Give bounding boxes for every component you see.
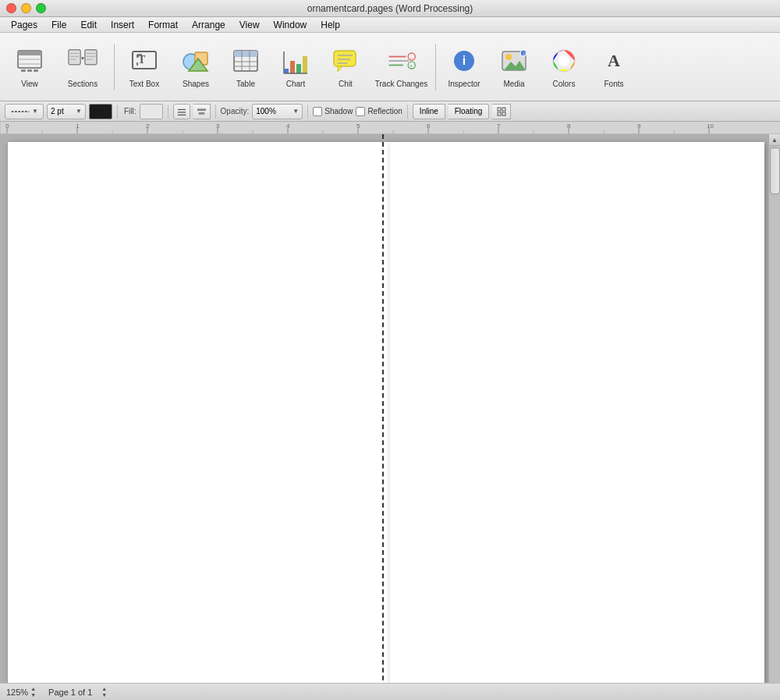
menu-pages[interactable]: Pages (5, 19, 44, 31)
fmt-sep1 (117, 105, 118, 119)
svg-text:6: 6 (427, 123, 431, 130)
fmt-sep2 (168, 105, 168, 119)
svg-rect-63 (498, 112, 501, 115)
svg-rect-62 (502, 108, 505, 111)
menu-bar: Pages File Edit Insert Format Arrange Vi… (0, 17, 780, 33)
page-nav-arrows[interactable]: ▲ ▼ (101, 686, 107, 698)
stroke-color-swatch[interactable] (89, 104, 112, 119)
svg-rect-6 (34, 69, 38, 72)
menu-window[interactable]: Window (268, 19, 314, 31)
colors-label: Colors (553, 80, 576, 89)
reflection-checkbox-label[interactable]: Reflection (356, 107, 402, 116)
close-button[interactable] (6, 3, 16, 13)
svg-rect-59 (197, 108, 205, 111)
floating-button[interactable]: Floating (448, 104, 490, 119)
svg-text:3: 3 (216, 123, 220, 130)
shapes-label: Shapes (183, 80, 209, 89)
svg-text:4: 4 (286, 123, 290, 130)
toolbar-textbox[interactable]: T Text Box (119, 39, 169, 95)
colors-icon (548, 45, 580, 76)
menu-view[interactable]: View (233, 19, 266, 31)
toolbar-chart[interactable]: Chart (272, 39, 319, 95)
stroke-style-btn[interactable]: ▼ (5, 104, 44, 119)
svg-text:10: 10 (707, 123, 714, 130)
svg-rect-32 (296, 64, 301, 73)
scroll-thumb[interactable] (770, 147, 780, 194)
toolbar-fonts[interactable]: A Fonts (590, 39, 637, 95)
menu-insert[interactable]: Insert (105, 19, 140, 31)
svg-rect-4 (21, 69, 26, 72)
shadow-checkbox-label[interactable]: Shadow (313, 107, 353, 116)
toolbar-inspector[interactable]: i Inspector (441, 39, 488, 95)
document-page-2[interactable] (390, 142, 764, 683)
zoom-value: 125% (6, 688, 28, 697)
zoom-control[interactable]: 125% ▲ ▼ (6, 686, 36, 698)
page-up-arrow[interactable]: ▲ (101, 686, 107, 691)
toolbar-table[interactable]: Table (222, 39, 269, 95)
opacity-select[interactable]: 100% ▼ (252, 104, 303, 119)
minimize-button[interactable] (21, 3, 31, 13)
toolbar-sections[interactable]: Sections (56, 39, 109, 95)
svg-text:+: + (410, 62, 413, 69)
comment-label: Chit (339, 80, 353, 89)
svg-rect-5 (27, 69, 32, 72)
toolbar-shapes[interactable]: Shapes (172, 39, 219, 95)
svg-rect-30 (284, 69, 289, 73)
scroll-up-arrow[interactable]: ▲ (769, 134, 781, 146)
menu-file[interactable]: File (45, 19, 73, 31)
view-icon (14, 45, 45, 76)
menu-arrange[interactable]: Arrange (186, 19, 232, 31)
zoom-up-arrow[interactable]: ▲ (30, 686, 36, 691)
fill-color-swatch[interactable] (140, 104, 163, 119)
inspector-label: Inspector (448, 80, 480, 89)
svg-text:2: 2 (146, 123, 150, 130)
format-toolbar: ▼ 2 pt ▼ Fill: Opacity: 100% ▼ Shadow (0, 101, 780, 122)
svg-text:1: 1 (76, 123, 80, 130)
ruler: // Drawn in SVG inline 0 1 2 3 4 5 6 7 8… (0, 122, 780, 134)
inline-button[interactable]: Inline (413, 104, 445, 119)
menu-help[interactable]: Help (314, 19, 346, 31)
textbox-label: Text Box (129, 80, 159, 89)
sep1 (114, 44, 115, 91)
align-btn[interactable] (193, 104, 211, 119)
page-down-arrow[interactable]: ▼ (101, 692, 107, 698)
reflection-checkbox[interactable] (356, 107, 365, 116)
maximize-button[interactable] (36, 3, 46, 13)
shapes-icon (180, 45, 211, 76)
svg-rect-31 (290, 61, 295, 73)
title-bar: ornamentcard.pages (Word Processing) (0, 0, 780, 17)
svg-rect-7 (69, 49, 80, 64)
document-page[interactable] (8, 142, 390, 683)
toolbar-comment[interactable]: Chit (322, 39, 369, 95)
menu-edit[interactable]: Edit (74, 19, 103, 31)
table-icon (230, 45, 261, 76)
svg-rect-64 (502, 112, 505, 115)
svg-text:5: 5 (356, 123, 360, 130)
stroke-pt-select[interactable]: 2 pt ▼ (47, 104, 86, 119)
shadow-checkbox[interactable] (313, 107, 322, 116)
menu-format[interactable]: Format (142, 19, 184, 31)
svg-rect-25 (234, 51, 257, 57)
toolbar-view[interactable]: View (6, 39, 53, 95)
shadow-label: Shadow (324, 107, 353, 115)
svg-text:T: T (138, 54, 146, 66)
line-style-btn[interactable] (173, 104, 190, 119)
zoom-down-arrow[interactable]: ▼ (30, 692, 36, 698)
svg-rect-65 (0, 122, 780, 134)
main-toolbar: View Sections T (0, 33, 780, 101)
document-canvas[interactable] (0, 134, 768, 683)
arrange-button[interactable] (492, 104, 511, 119)
toolbar-colors[interactable]: Colors (541, 39, 587, 95)
fmt-sep5 (407, 105, 408, 119)
textbox-icon: T (129, 45, 160, 76)
toolbar-media[interactable]: ♫ Media (491, 39, 537, 95)
window-controls[interactable] (6, 3, 46, 13)
fonts-label: Fonts (604, 80, 623, 89)
media-label: Media (503, 80, 524, 89)
scrollbar-vertical[interactable]: ▲ (768, 134, 780, 683)
fmt-sep3 (215, 105, 216, 119)
fill-label: Fill: (124, 107, 136, 115)
zoom-arrows[interactable]: ▲ ▼ (30, 686, 36, 698)
toolbar-trackchanges[interactable]: - + Track Changes (372, 39, 431, 95)
main-area: ▲ (0, 134, 780, 683)
